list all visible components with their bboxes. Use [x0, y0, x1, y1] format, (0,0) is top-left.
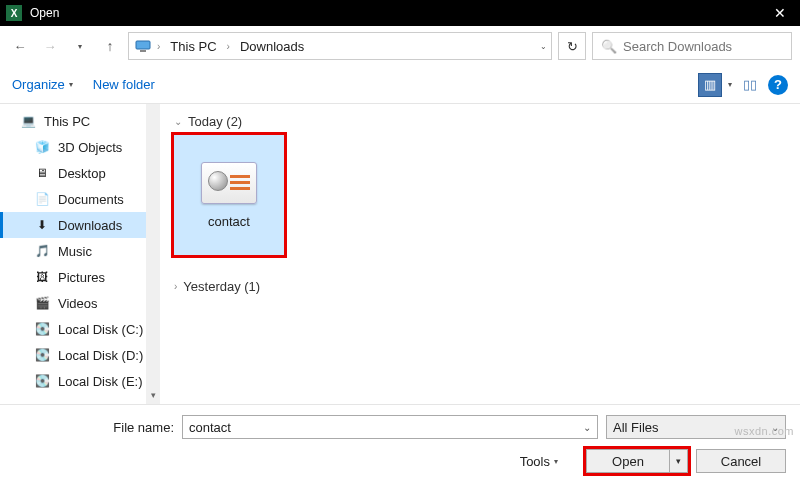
organize-button[interactable]: Organize ▾	[12, 77, 73, 92]
sidebar-item-label: Desktop	[58, 166, 106, 181]
sidebar-item-pictures[interactable]: 🖼Pictures	[0, 264, 160, 290]
video-icon: 🎬	[34, 295, 50, 311]
up-button[interactable]: ↑	[98, 34, 122, 58]
preview-pane-button[interactable]: ▯▯	[738, 73, 762, 97]
pc-icon: 💻	[20, 113, 36, 129]
pc-icon	[135, 38, 151, 54]
sidebar-item-label: This PC	[44, 114, 90, 129]
open-dropdown-button[interactable]: ▾	[670, 449, 688, 473]
open-button-group: Open ▾	[586, 449, 688, 473]
sidebar-item-label: Pictures	[58, 270, 105, 285]
sidebar-scrollbar[interactable]: ▾	[146, 104, 160, 404]
dialog-body: 💻This PC 🧊3D Objects 🖥Desktop 📄Documents…	[0, 104, 800, 404]
address-bar[interactable]: › This PC › Downloads ⌄	[128, 32, 552, 60]
chevron-down-icon: ⌄	[174, 116, 182, 127]
sidebar-item-local-disk-d[interactable]: 💽Local Disk (D:)	[0, 342, 160, 368]
filetype-value: All Files	[613, 420, 659, 435]
desktop-icon: 🖥	[34, 165, 50, 181]
sidebar-item-label: Videos	[58, 296, 98, 311]
chevron-down-icon[interactable]: ▾	[728, 80, 732, 89]
file-area[interactable]: ⌄ Today (2) contact › Yesterday (1)	[160, 104, 800, 404]
file-name-label: contact	[208, 214, 250, 229]
tools-button[interactable]: Tools ▾	[520, 454, 558, 469]
sidebar-item-label: Downloads	[58, 218, 122, 233]
cancel-button[interactable]: Cancel	[696, 449, 786, 473]
download-icon: ⬇	[34, 217, 50, 233]
chevron-down-icon: ▾	[554, 457, 558, 466]
sidebar-item-this-pc[interactable]: 💻This PC	[0, 108, 160, 134]
group-header-today[interactable]: ⌄ Today (2)	[174, 114, 786, 129]
search-placeholder: Search Downloads	[623, 39, 732, 54]
watermark: wsxdn.com	[734, 425, 794, 437]
breadcrumb-sep-icon[interactable]: ›	[227, 41, 230, 52]
svg-rect-0	[136, 41, 150, 49]
tools-label: Tools	[520, 454, 550, 469]
breadcrumb-this-pc[interactable]: This PC	[166, 37, 220, 56]
nav-row: ← → ▾ ↑ › This PC › Downloads ⌄ ↻ 🔍 Sear…	[0, 26, 800, 66]
sidebar-item-music[interactable]: 🎵Music	[0, 238, 160, 264]
sidebar-item-label: Music	[58, 244, 92, 259]
recent-locations-button[interactable]: ▾	[68, 34, 92, 58]
sidebar-item-label: 3D Objects	[58, 140, 122, 155]
footer: File name: contact ⌄ All Files ⌄ Tools ▾…	[0, 404, 800, 481]
group-header-label: Yesterday (1)	[183, 279, 260, 294]
new-folder-button[interactable]: New folder	[93, 77, 155, 92]
app-excel-icon: X	[6, 5, 22, 21]
breadcrumb-sep-icon[interactable]: ›	[157, 41, 160, 52]
file-row: contact	[174, 135, 786, 255]
address-dropdown-icon[interactable]: ⌄	[540, 42, 547, 51]
filename-value: contact	[189, 420, 583, 435]
disk-icon: 💽	[34, 321, 50, 337]
chevron-down-icon: ▾	[69, 80, 73, 89]
search-input[interactable]: 🔍 Search Downloads	[592, 32, 792, 60]
cube-icon: 🧊	[34, 139, 50, 155]
svg-rect-1	[140, 50, 146, 52]
sidebar-item-3d-objects[interactable]: 🧊3D Objects	[0, 134, 160, 160]
open-button[interactable]: Open	[586, 449, 670, 473]
disk-icon: 💽	[34, 373, 50, 389]
titlebar: X Open ✕	[0, 0, 800, 26]
chevron-right-icon: ›	[174, 281, 177, 292]
sidebar-item-downloads[interactable]: ⬇Downloads	[0, 212, 160, 238]
close-button[interactable]: ✕	[760, 0, 800, 26]
help-button[interactable]: ?	[768, 75, 788, 95]
group-header-label: Today (2)	[188, 114, 242, 129]
file-tile-contact[interactable]: contact	[174, 135, 284, 255]
document-icon: 📄	[34, 191, 50, 207]
sidebar-item-local-disk-e[interactable]: 💽Local Disk (E:)	[0, 368, 160, 394]
organize-label: Organize	[12, 77, 65, 92]
back-button[interactable]: ←	[8, 34, 32, 58]
forward-button[interactable]: →	[38, 34, 62, 58]
group-header-yesterday[interactable]: › Yesterday (1)	[174, 279, 786, 294]
refresh-button[interactable]: ↻	[558, 32, 586, 60]
filename-label: File name:	[14, 420, 174, 435]
sidebar: 💻This PC 🧊3D Objects 🖥Desktop 📄Documents…	[0, 104, 160, 404]
vcard-icon	[201, 162, 257, 204]
sidebar-item-desktop[interactable]: 🖥Desktop	[0, 160, 160, 186]
search-icon: 🔍	[601, 39, 617, 54]
view-mode-button[interactable]: ▥	[698, 73, 722, 97]
toolbar: Organize ▾ New folder ▥ ▾ ▯▯ ?	[0, 66, 800, 104]
image-icon: 🖼	[34, 269, 50, 285]
sidebar-item-local-disk-c[interactable]: 💽Local Disk (C:)	[0, 316, 160, 342]
sidebar-item-label: Local Disk (C:)	[58, 322, 143, 337]
chevron-down-icon[interactable]: ⌄	[583, 422, 591, 433]
sidebar-item-label: Local Disk (E:)	[58, 374, 143, 389]
sidebar-item-label: Local Disk (D:)	[58, 348, 143, 363]
chevron-down-icon[interactable]: ▾	[146, 386, 160, 404]
breadcrumb-downloads[interactable]: Downloads	[236, 37, 308, 56]
sidebar-item-documents[interactable]: 📄Documents	[0, 186, 160, 212]
sidebar-item-videos[interactable]: 🎬Videos	[0, 290, 160, 316]
disk-icon: 💽	[34, 347, 50, 363]
music-icon: 🎵	[34, 243, 50, 259]
sidebar-item-label: Documents	[58, 192, 124, 207]
window-title: Open	[30, 6, 760, 20]
filename-input[interactable]: contact ⌄	[182, 415, 598, 439]
